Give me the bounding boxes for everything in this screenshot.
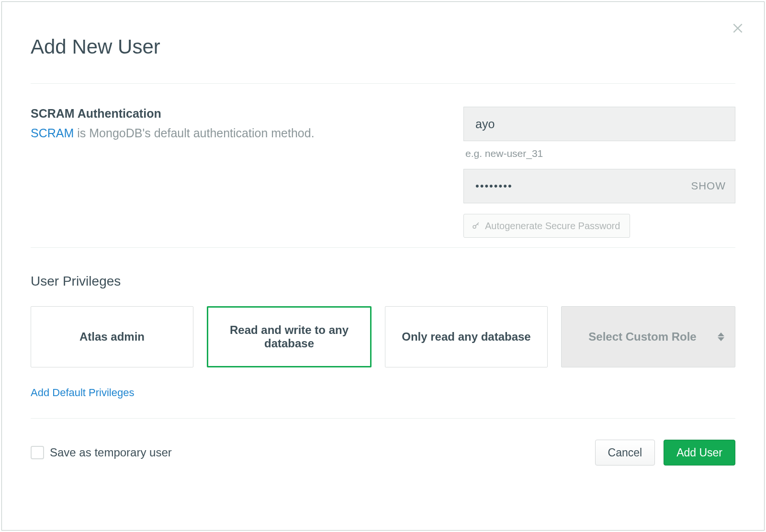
- custom-role-label: Select Custom Role: [588, 330, 696, 344]
- cancel-button[interactable]: Cancel: [595, 440, 655, 466]
- temporary-user-checkbox[interactable]: [31, 446, 44, 459]
- temporary-user-label: Save as temporary user: [50, 446, 172, 459]
- add-default-privileges-link[interactable]: Add Default Privileges: [31, 387, 134, 399]
- username-hint: e.g. new-user_31: [465, 148, 735, 159]
- add-user-button[interactable]: Add User: [664, 440, 735, 466]
- privileges-heading: User Privileges: [31, 274, 735, 289]
- privilege-options: Atlas admin Read and write to any databa…: [31, 306, 735, 367]
- autogenerate-password-button[interactable]: Autogenerate Secure Password: [463, 214, 630, 238]
- modal-title: Add New User: [31, 35, 735, 58]
- auth-heading: SCRAM Authentication: [31, 107, 444, 121]
- scram-link[interactable]: SCRAM: [31, 126, 74, 140]
- autogen-label: Autogenerate Secure Password: [485, 221, 620, 232]
- privilege-atlas-admin[interactable]: Atlas admin: [31, 306, 193, 367]
- auth-section: SCRAM Authentication SCRAM is MongoDB's …: [31, 84, 735, 247]
- close-icon: [732, 22, 744, 34]
- privilege-read-only[interactable]: Only read any database: [385, 306, 548, 367]
- sort-icon: [718, 332, 724, 341]
- privileges-section: User Privileges Atlas admin Read and wri…: [31, 248, 735, 418]
- username-input[interactable]: [463, 107, 735, 141]
- privilege-custom-role[interactable]: Select Custom Role: [561, 306, 735, 367]
- key-icon: [472, 222, 480, 230]
- auth-description: SCRAM is MongoDB's default authenticatio…: [31, 126, 444, 140]
- auth-desc-text: is MongoDB's default authentication meth…: [74, 126, 314, 140]
- modal-footer: Save as temporary user Cancel Add User: [31, 419, 735, 466]
- show-password-button[interactable]: SHOW: [691, 169, 726, 203]
- add-user-modal: Add New User SCRAM Authentication SCRAM …: [1, 1, 765, 531]
- close-button[interactable]: [731, 21, 745, 35]
- privilege-read-write[interactable]: Read and write to any database: [207, 306, 372, 367]
